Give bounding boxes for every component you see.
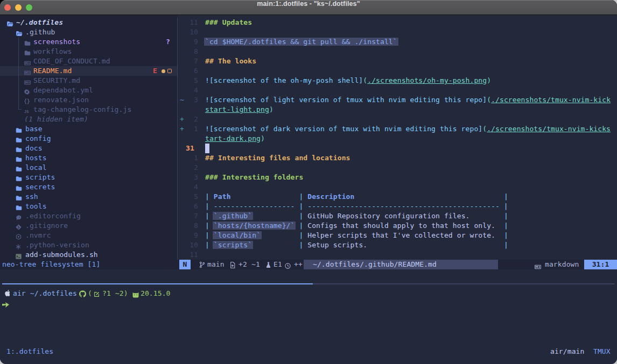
editor-text-segment: ### Updates <box>205 18 252 26</box>
editor-line[interactable]: tart-dark.png) <box>205 134 265 144</box>
editor-line[interactable]: ![screenshot of light version of tmux wi… <box>205 95 611 105</box>
tree-item-docs[interactable]: docs <box>0 144 177 153</box>
editor-line[interactable]: ### Interesting folders <box>205 173 303 182</box>
tree-item-label: config <box>25 134 51 144</box>
line-number: 3 <box>177 173 198 182</box>
editor-text-segment: Configs that should apply to that host o… <box>307 222 495 230</box>
editor-text-segment: | <box>299 212 307 220</box>
tree-item-.editorconfig[interactable]: .editorconfig <box>0 211 177 221</box>
diff-added: +2 <box>239 260 247 269</box>
tree-item-renovate.json[interactable]: renovate.json <box>0 95 177 105</box>
editor-text-segment <box>469 212 503 220</box>
editor-text-segment: ![screenshot of light version of tmux wi… <box>205 96 487 104</box>
editor-text-segment: | <box>504 231 508 239</box>
tree-item-dependabot.yml[interactable]: dependabot.yml <box>0 85 177 95</box>
svg-text:JS: JS <box>24 110 29 114</box>
node-icon <box>132 291 139 301</box>
neotree-status: neo-tree filesystem [1] <box>2 260 174 269</box>
line-number: 5 <box>177 192 198 202</box>
mode-label: N <box>179 260 191 269</box>
line-number: 31 <box>186 144 207 153</box>
editor-text-segment: | <box>205 231 214 239</box>
tree-item-.nvmrc[interactable]: .nvmrc <box>0 231 177 240</box>
editor-text-segment: `.github` <box>214 212 252 220</box>
editor-text-segment: Path <box>214 192 231 201</box>
tree-item-scripts[interactable]: scripts <box>0 173 177 182</box>
tree-item-workflows[interactable]: workflows <box>0 47 177 56</box>
editor-line[interactable]: ## Interesting files and locations <box>205 153 350 163</box>
editor-line[interactable]: start-light.png) <box>205 105 274 115</box>
tree-item-base[interactable]: base <box>0 124 177 134</box>
editor-text-segment: `cd $HOME/.dotfiles && git pull && ./ins… <box>205 38 397 46</box>
editor-text-segment: ![screenshot of the oh-my-posh shell] <box>205 76 363 84</box>
tree-item-label: renovate.json <box>33 95 89 105</box>
tree-item-label: SECURITY.md <box>33 76 80 85</box>
editor-text-segment <box>354 192 503 201</box>
tree-item--1-hidden-item-[interactable]: (1 hidden item) <box>0 115 177 124</box>
editor-line[interactable]: `cd $HOME/.dotfiles && git pull && ./ins… <box>205 37 397 47</box>
tree-item-hosts[interactable]: hosts <box>0 153 177 163</box>
editor-line[interactable]: | `.github` | GitHub Repository configur… <box>205 211 508 221</box>
cursor-block <box>205 144 209 153</box>
tree-item-config[interactable]: config <box>0 134 177 144</box>
tree-item-.python-version[interactable]: .python-version <box>0 240 177 250</box>
diagnostic-error-badge: E <box>153 66 157 76</box>
line-number: 9 <box>177 231 198 240</box>
editor-line[interactable]: ![screenshot of dark version of tmux wit… <box>205 124 611 134</box>
tree-item-~-.dotfiles[interactable]: ~/.dotfiles <box>0 18 177 27</box>
tree-item-tools[interactable]: tools <box>0 202 177 211</box>
editor-text-segment: Description <box>307 192 354 201</box>
line-number: 2 <box>177 163 198 173</box>
tree-item-.gitignore[interactable]: .gitignore <box>0 221 177 231</box>
editor-line[interactable]: | `scripts` | Setup scripts. | <box>205 240 508 250</box>
editor-text-segment: GitHub Repository configuration files. <box>307 212 469 220</box>
tree-item-label: workflows <box>33 47 72 56</box>
editor-text-segment: ( <box>487 96 491 104</box>
tree-item-label: local <box>25 163 47 173</box>
terminal-window: main:1:.dotfiles - "ks~/.dotfiles" ~/.do… <box>0 0 617 364</box>
editor-line[interactable]: | `local/bin` | Helper scripts that I've… <box>205 231 508 240</box>
tree-item-local[interactable]: local <box>0 163 177 173</box>
line-number: 6 <box>177 66 198 76</box>
editor-line[interactable]: | `hosts/{hostname}/` | Configs that sho… <box>205 221 508 231</box>
line-number: 2 <box>177 115 198 124</box>
tree-item-README.md[interactable]: README.mdE <box>0 66 177 76</box>
tree-item-.github[interactable]: .github <box>0 27 177 37</box>
tree-item-screenshots[interactable]: screenshots? <box>0 37 177 47</box>
editor-text-segment: ### Interesting folders <box>205 173 303 181</box>
tree-item-add-submodules.sh[interactable]: add-submodules.sh <box>0 250 177 260</box>
tree-item-SECURITY.md[interactable]: SECURITY.md <box>0 76 177 85</box>
line-number: 4 <box>177 85 198 95</box>
tree-item-CODE-OF-CONDUCT.md[interactable]: CODE_OF_CONDUCT.md <box>0 56 177 66</box>
tree-item-ssh[interactable]: ssh <box>0 192 177 202</box>
line-number: 6 <box>177 202 198 211</box>
editor-text-segment: ( <box>482 125 487 133</box>
editor-line[interactable]: | ------------------- | ----------------… <box>205 202 508 211</box>
tmux-window-tab[interactable]: 1:.dotfiles <box>6 347 53 356</box>
editor-line[interactable]: ## The looks <box>205 56 256 66</box>
edit-icon <box>94 290 100 300</box>
cursor-position-label: 31:1 <box>584 260 617 269</box>
editor-text-segment: `local/bin` <box>214 231 261 239</box>
line-number: 1 <box>177 153 198 163</box>
diff-icon <box>230 261 235 271</box>
github-icon <box>79 290 86 300</box>
editor-text-segment: ./screenshots/tmux-nvim-kicks <box>487 125 611 133</box>
tmux-session-label: air/main <box>550 347 584 356</box>
window-title: main:1:.dotfiles - "ks~/.dotfiles" <box>0 0 617 15</box>
line-number: 5 <box>177 76 198 85</box>
line-number: 11 <box>177 250 198 260</box>
editor-line[interactable]: | Path | Description | <box>205 192 508 202</box>
tree-item-label: .python-version <box>25 240 89 250</box>
tree-item-tag-changelog-config.js[interactable]: JStag-changelog-config.js <box>0 105 177 115</box>
git-untracked-icon: ? <box>166 37 170 47</box>
prompt-host-path: air ~/.dotfiles <box>13 289 77 298</box>
editor-text-segment: | <box>299 241 307 249</box>
editor-line[interactable]: ![screenshot of the oh-my-posh shell](./… <box>205 76 491 85</box>
git-paren-open: ( <box>88 289 92 298</box>
editor-text-segment: | <box>205 222 214 230</box>
tmux-badge: TMUX <box>593 347 611 356</box>
tree-item-secrets[interactable]: secrets <box>0 182 177 192</box>
editor-line[interactable]: ### Updates <box>205 18 252 27</box>
tree-item-label: (1 hidden item) <box>24 115 88 124</box>
